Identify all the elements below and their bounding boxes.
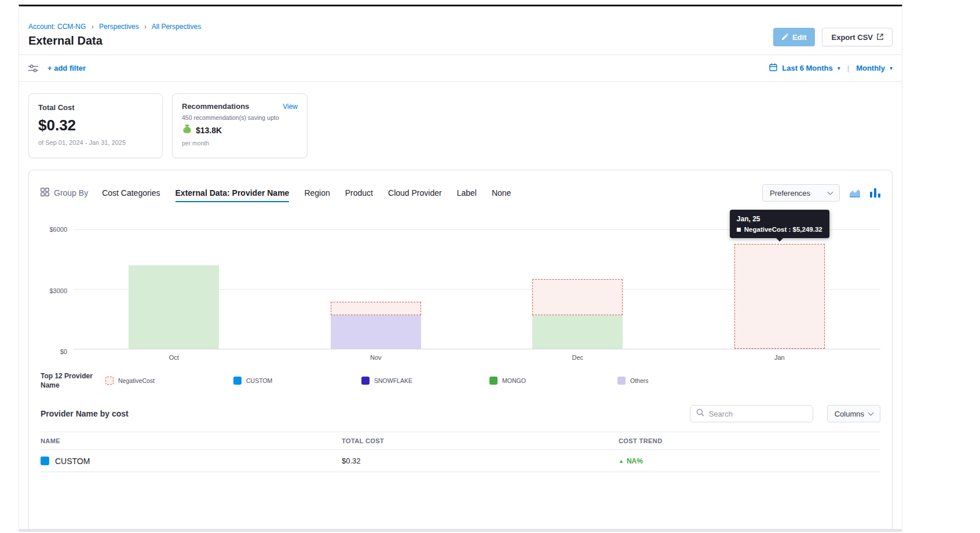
chart-area: $6000 $3000 $0 Jan, 25 NegativeCost : $5… — [41, 229, 880, 363]
chart-plot: Jan, 25 NegativeCost : $5,249.32 — [73, 229, 880, 349]
tab-cloud-provider[interactable]: Cloud Provider — [388, 185, 442, 201]
pencil-icon — [782, 33, 788, 42]
bar-segment-mongo-dec[interactable] — [532, 315, 623, 349]
legend-label: Others — [630, 377, 649, 384]
recommendations-card: Recommendations View 450 recommendation(… — [172, 93, 308, 158]
page-header: Account: CCM-NG › Perspectives › All Per… — [19, 6, 902, 55]
legend-swatch-custom — [233, 377, 242, 385]
breadcrumb-account[interactable]: Account: CCM-NG — [28, 23, 86, 31]
breadcrumb-perspectives[interactable]: Perspectives — [99, 23, 139, 31]
filter-icon[interactable] — [28, 64, 38, 72]
bar-segment-mongo-oct[interactable] — [129, 265, 219, 349]
header-left: Account: CCM-NG › Perspectives › All Per… — [28, 23, 201, 48]
money-bag-icon — [182, 125, 192, 136]
summary-cards-row: Total Cost $0.32 of Sep 01, 2024 - Jan 3… — [28, 93, 893, 158]
trend-value: NA% — [627, 457, 643, 465]
legend-swatch-snowflake — [361, 377, 370, 385]
recommendations-line2: per month — [182, 140, 298, 147]
legend-label: SNOWFLAKE — [374, 377, 412, 384]
legend-label: CUSTOM — [246, 377, 272, 384]
tab-label[interactable]: Label — [457, 185, 477, 201]
group-by-label-wrap: Group By — [41, 188, 88, 198]
column-header-total-cost[interactable]: TOTAL COST — [342, 437, 619, 444]
legend-title: Top 12 Provider Name — [41, 371, 105, 390]
legend-item-negativecost[interactable]: NegativeCost — [105, 377, 233, 385]
bar-chart-icon[interactable] — [870, 188, 880, 198]
legend-item-mongo[interactable]: MONGO — [489, 377, 617, 385]
tab-none[interactable]: None — [492, 185, 511, 201]
chart-tooltip: Jan, 25 NegativeCost : $5,249.32 — [730, 210, 829, 238]
group-by-icon — [41, 188, 49, 198]
chevron-down-icon — [868, 410, 874, 415]
breadcrumb: Account: CCM-NG › Perspectives › All Per… — [28, 23, 201, 31]
chevron-down-icon[interactable]: ▾ — [838, 65, 840, 71]
row-name: CUSTOM — [55, 457, 90, 466]
table-row[interactable]: CUSTOM $0.32 ▲ NA% — [41, 450, 880, 472]
group-by-row: Group By Cost Categories External Data: … — [41, 184, 880, 202]
preferences-label: Preferences — [770, 189, 810, 198]
x-axis-tick: Oct — [169, 354, 179, 361]
add-filter-link[interactable]: + add filter — [47, 64, 86, 72]
group-by-tabs: Cost Categories External Data: Provider … — [102, 185, 511, 201]
edit-button[interactable]: Edit — [773, 28, 816, 46]
export-csv-label: Export CSV — [831, 33, 873, 42]
y-axis-tick: $0 — [41, 348, 67, 355]
columns-button[interactable]: Columns — [827, 405, 880, 422]
chart-legend: Top 12 Provider Name NegativeCost CUSTOM… — [41, 371, 880, 390]
date-range-selector[interactable]: Last 6 Months — [782, 64, 832, 72]
granularity-selector[interactable]: Monthly — [856, 64, 885, 72]
chevron-down-icon — [828, 189, 833, 195]
legend-swatch-negativecost — [105, 377, 114, 385]
search-input[interactable] — [709, 410, 811, 418]
tooltip-entry: NegativeCost : $5,249.32 — [744, 226, 822, 233]
area-chart-icon[interactable] — [849, 188, 861, 198]
calendar-icon — [769, 63, 777, 73]
app-window: Account: CCM-NG › Perspectives › All Per… — [19, 5, 902, 532]
recommendations-amount: $13.8K — [196, 126, 222, 135]
tab-region[interactable]: Region — [304, 185, 330, 201]
column-header-cost-trend[interactable]: COST TREND — [619, 437, 880, 444]
chart-controls: Preferences — [762, 184, 880, 202]
y-axis-tick: $3000 — [41, 287, 67, 294]
recommendations-line1: 450 recommendation(s) saving upto — [182, 114, 298, 121]
export-csv-button[interactable]: Export CSV — [822, 28, 893, 46]
page-title: External Data — [28, 34, 201, 48]
legend-swatch-mongo — [489, 377, 498, 385]
bar-segment-negativecost-jan[interactable] — [734, 244, 825, 349]
row-cost-trend: ▲ NA% — [619, 457, 880, 465]
legend-item-others[interactable]: Others — [617, 377, 745, 385]
filter-divider: | — [847, 64, 849, 72]
chevron-down-icon[interactable]: ▾ — [890, 65, 893, 71]
legend-item-snowflake[interactable]: SNOWFLAKE — [361, 377, 489, 385]
bar-segment-negativecost-dec[interactable] — [532, 279, 623, 315]
legend-swatch-others — [617, 377, 626, 385]
search-icon — [696, 408, 704, 419]
breadcrumb-all-perspectives[interactable]: All Perspectives — [152, 23, 201, 31]
column-header-name[interactable]: NAME — [41, 437, 342, 444]
bottom-scrollbar-strip[interactable] — [19, 529, 902, 532]
table-controls: Provider Name by cost Columns — [41, 405, 880, 422]
bar-segment-others-nov[interactable] — [331, 315, 421, 349]
bar-segment-negativecost-nov[interactable] — [331, 302, 421, 315]
group-by-label: Group By — [54, 188, 88, 198]
breadcrumb-separator: › — [144, 23, 147, 31]
tab-external-data-provider-name[interactable]: External Data: Provider Name — [175, 185, 290, 201]
x-axis-labels: Oct Nov Dec Jan — [73, 352, 880, 363]
preferences-dropdown[interactable]: Preferences — [762, 184, 840, 202]
total-cost-card: Total Cost $0.32 of Sep 01, 2024 - Jan 3… — [28, 93, 163, 158]
tab-cost-categories[interactable]: Cost Categories — [102, 185, 160, 201]
tooltip-series-swatch — [737, 228, 741, 232]
header-actions: Edit Export CSV — [773, 28, 893, 48]
tab-product[interactable]: Product — [345, 185, 373, 201]
tooltip-arrow — [776, 238, 783, 242]
filter-bar: + add filter Last 6 Months ▾ | Monthly ▾ — [19, 55, 902, 82]
legend-item-custom[interactable]: CUSTOM — [233, 377, 361, 385]
breadcrumb-separator: › — [92, 23, 94, 31]
recommendations-view-link[interactable]: View — [283, 103, 298, 111]
row-total-cost: $0.32 — [342, 457, 619, 465]
search-box — [690, 405, 813, 422]
columns-button-label: Columns — [835, 410, 864, 418]
row-swatch-custom — [41, 457, 49, 465]
table-header-row: NAME TOTAL COST COST TREND — [41, 432, 880, 450]
trend-up-icon: ▲ — [619, 458, 624, 464]
